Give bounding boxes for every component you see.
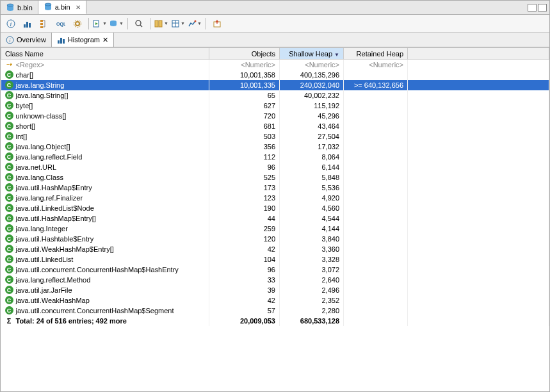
close-icon[interactable]: ✕ <box>76 4 81 11</box>
info-button[interactable]: i <box>3 17 19 31</box>
histogram-table-area[interactable]: Class Name Objects Shallow Heap▼ Retaine… <box>1 47 549 391</box>
class-icon: C <box>5 183 13 192</box>
class-icon: C <box>5 152 13 161</box>
oql-button[interactable]: OQL <box>53 17 69 31</box>
compare-button[interactable]: ▼ <box>154 17 169 31</box>
maximize-button[interactable] <box>538 4 547 12</box>
class-name-cell: java.util.LinkedList <box>16 256 74 263</box>
table-row[interactable]: Cjava.util.concurrent.ConcurrentHashMap$… <box>1 306 549 316</box>
tab-histogram[interactable]: Histogram ✕ <box>52 33 114 47</box>
filter-classname[interactable]: ⇢<Regex> <box>1 60 209 70</box>
table-row[interactable]: Cjava.util.WeakHashMap$Entry[]423,360 <box>1 244 549 254</box>
window-controls <box>528 4 549 12</box>
class-name-cell: char[] <box>16 71 34 79</box>
table-row[interactable]: Cjava.lang.Object[]35617,032 <box>1 142 549 152</box>
table-row[interactable]: Cjava.util.jar.JarFile392,496 <box>1 285 549 295</box>
shallow-cell: 17,032 <box>280 142 344 152</box>
objects-cell: 42 <box>209 244 280 254</box>
chart-button[interactable]: ▼ <box>187 17 202 31</box>
objects-cell: 259 <box>209 224 280 234</box>
col-shallow-heap[interactable]: Shallow Heap▼ <box>280 48 344 60</box>
svg-text:OQL: OQL <box>56 22 65 27</box>
calc-button[interactable]: ▼ <box>170 17 186 31</box>
shallow-cell: 5,848 <box>280 172 344 183</box>
table-row[interactable]: Cjava.lang.Integer2594,144 <box>1 224 549 234</box>
gear-button[interactable] <box>70 17 85 31</box>
table-row[interactable]: Cjava.util.Hashtable$Entry1203,840 <box>1 234 549 244</box>
class-icon: C <box>5 111 13 120</box>
export-button[interactable] <box>209 17 225 31</box>
query-db-button[interactable]: ▼ <box>109 17 124 31</box>
dropdown-arrow-icon: ▼ <box>197 21 202 26</box>
sigma-icon: Σ <box>5 316 13 325</box>
search-button[interactable] <box>131 17 147 31</box>
shallow-cell: 4,144 <box>280 224 344 234</box>
table-row[interactable]: Cjava.lang.Class5255,848 <box>1 172 549 183</box>
table-row[interactable]: Cjava.lang.ref.Finalizer1234,920 <box>1 193 549 203</box>
class-icon: C <box>5 142 13 151</box>
table-row[interactable]: Cjava.lang.reflect.Field1128,064 <box>1 152 549 162</box>
table-row[interactable]: Cjava.util.HashMap$Entry1735,536 <box>1 183 549 193</box>
class-name-cell: java.util.HashMap$Entry[] <box>16 215 96 222</box>
class-name-cell: java.util.concurrent.ConcurrentHashMap$S… <box>16 307 174 314</box>
filter-shallow[interactable]: <Numeric> <box>280 60 344 70</box>
class-icon: C <box>5 132 13 140</box>
class-icon: C <box>5 70 13 79</box>
table-row[interactable]: Cshort[]68143,464 <box>1 121 549 131</box>
file-tab-a-bin[interactable]: a.bin ✕ <box>38 1 86 14</box>
table-row[interactable]: Cjava.util.LinkedList$Node1904,560 <box>1 203 549 213</box>
total-row[interactable]: ΣTotal: 24 of 516 entries; 492 more20,00… <box>1 316 549 326</box>
tab-overview[interactable]: i Overview <box>1 33 52 47</box>
tab-label: Overview <box>17 36 46 44</box>
objects-cell: 627 <box>209 101 280 111</box>
histogram-button[interactable] <box>20 17 35 31</box>
svg-rect-8 <box>29 23 31 28</box>
retained-cell <box>344 224 408 234</box>
class-name-cell: java.util.concurrent.ConcurrentHashMap$H… <box>16 266 179 274</box>
table-row[interactable]: Cjava.util.WeakHashMap422,352 <box>1 295 549 306</box>
filter-retained[interactable]: <Numeric> <box>344 60 408 70</box>
svg-rect-20 <box>159 20 162 27</box>
table-row[interactable]: Cjava.util.HashMap$Entry[]444,544 <box>1 213 549 224</box>
shallow-cell: 2,496 <box>280 285 344 295</box>
class-name-cell: short[] <box>16 122 36 130</box>
table-row[interactable]: Cjava.util.concurrent.ConcurrentHashMap$… <box>1 265 549 275</box>
minimize-button[interactable] <box>528 4 537 12</box>
class-name-cell: unknown-class[] <box>16 112 67 120</box>
col-classname[interactable]: Class Name <box>1 48 209 60</box>
objects-cell: 356 <box>209 142 280 152</box>
table-row[interactable]: Cchar[]10,001,358400,135,296 <box>1 70 549 80</box>
retained-cell <box>344 295 408 306</box>
class-icon: C <box>5 275 13 284</box>
table-row[interactable]: Cjava.util.LinkedList1043,328 <box>1 254 549 265</box>
retained-cell <box>344 101 408 111</box>
objects-cell: 503 <box>209 131 280 142</box>
tree-button[interactable] <box>36 17 52 31</box>
objects-cell: 720 <box>209 111 280 121</box>
table-row[interactable]: Cunknown-class[]72045,296 <box>1 111 549 121</box>
filter-objects[interactable]: <Numeric> <box>209 60 280 70</box>
run-button[interactable]: ▼ <box>92 17 108 31</box>
file-tab-b-bin[interactable]: b.bin <box>1 1 38 14</box>
table-row[interactable]: Cjava.lang.reflect.Method332,640 <box>1 275 549 285</box>
col-retained-heap[interactable]: Retained Heap <box>344 48 408 60</box>
table-row[interactable]: Cint[]50327,504 <box>1 131 549 142</box>
close-icon[interactable]: ✕ <box>102 36 108 44</box>
class-name-cell: java.net.URL <box>16 163 57 171</box>
table-row[interactable]: Cbyte[]627115,192 <box>1 101 549 111</box>
col-objects[interactable]: Objects <box>209 48 280 60</box>
shallow-cell: 2,280 <box>280 306 344 316</box>
class-name-cell: int[] <box>16 133 28 140</box>
class-name-cell: java.lang.reflect.Field <box>16 153 83 161</box>
table-row[interactable]: Cjava.net.URL966,144 <box>1 162 549 172</box>
table-row[interactable]: Cjava.lang.String[]6540,002,232 <box>1 90 549 101</box>
objects-cell: 65 <box>209 90 280 101</box>
retained-cell <box>344 162 408 172</box>
class-name-cell: java.util.Hashtable$Entry <box>16 235 94 243</box>
shallow-cell: 8,064 <box>280 152 344 162</box>
shallow-cell: 40,002,232 <box>280 90 344 101</box>
retained-cell <box>344 90 408 101</box>
separator <box>127 18 128 29</box>
table-row[interactable]: Cjava.lang.String10,001,335240,032,040>=… <box>1 80 549 90</box>
class-icon: C <box>5 245 13 253</box>
